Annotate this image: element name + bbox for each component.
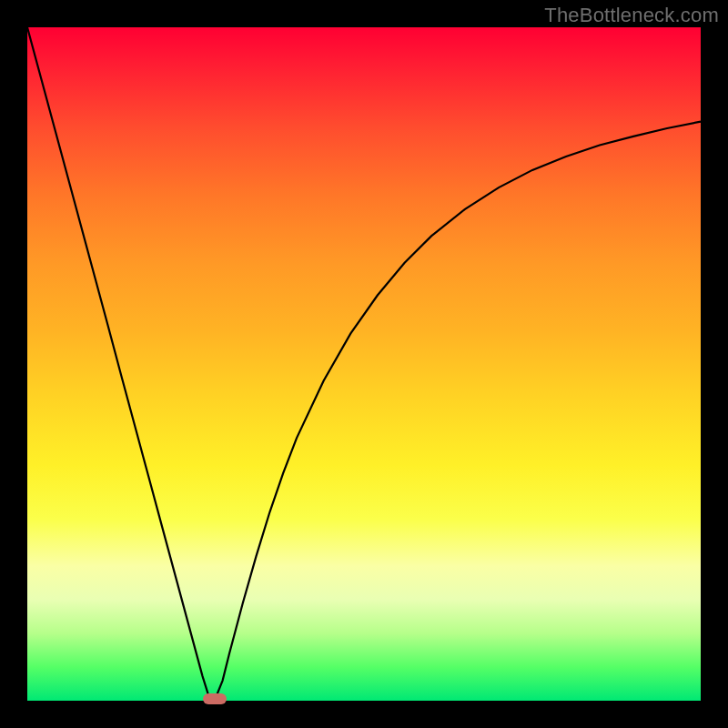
optimal-point-marker — [203, 693, 227, 704]
chart-frame: TheBottleneck.com — [0, 0, 728, 728]
watermark-text: TheBottleneck.com — [544, 4, 719, 27]
plot-area — [27, 27, 701, 701]
curve-path — [27, 27, 701, 701]
bottleneck-curve — [27, 27, 701, 701]
